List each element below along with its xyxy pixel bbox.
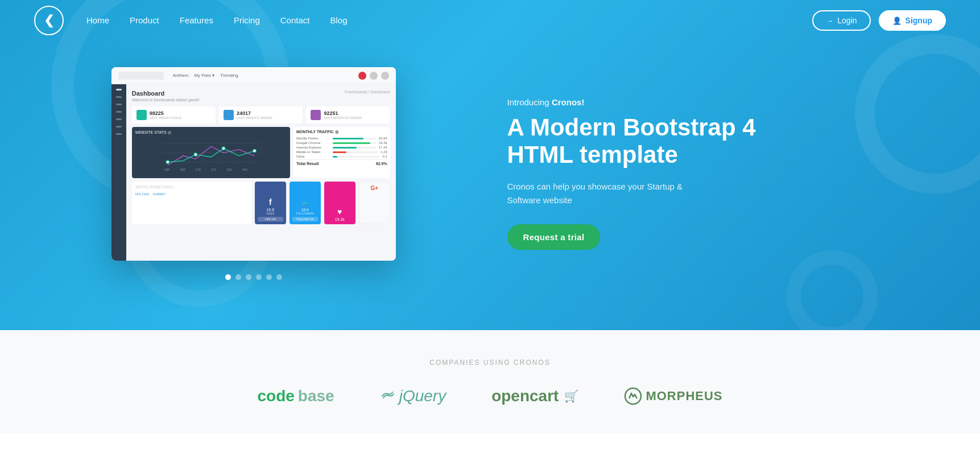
svg-text:150: 150	[180, 168, 185, 171]
traffic-row-0: Mozilla Firefox 20.94	[296, 137, 387, 140]
dot-4[interactable]	[266, 274, 272, 280]
stat-icon-blue	[224, 110, 234, 120]
opencart-logo: opencart 🛒	[491, 387, 578, 405]
social-twitter: 🐦 10.k FOLLOWERS FOLLOW US	[290, 182, 321, 224]
signup-button[interactable]: 👤 Signup	[879, 10, 946, 31]
stat-num-2: 92251	[324, 110, 362, 116]
nav-blog[interactable]: Blog	[330, 15, 347, 25]
traffic-row-1: Google Chrome 26.5k	[296, 141, 387, 145]
companies-label: COMPANIES USING CRONOS	[34, 359, 946, 367]
nav-logo[interactable]: ❮	[34, 6, 64, 35]
hero-right: Introducing Cronos! A Modern Bootstrap 4…	[473, 97, 946, 250]
traffic-title: MONTHLY TRAFFIC ◎	[296, 130, 387, 134]
stat-icon-purple	[311, 110, 321, 120]
mockup-topbar: Anthem My Files ▾ Trending	[111, 67, 396, 84]
stat-icon-teal	[137, 110, 147, 120]
google-icon: G+	[370, 185, 378, 191]
svg-text:131: 131	[226, 168, 231, 171]
stat-card-0: 98225 LAST WEEK'S SALE	[132, 106, 216, 124]
dot-1[interactable]	[235, 274, 241, 280]
mockup-topbar-icons	[358, 72, 389, 80]
stat-label-2: LAST MONTH'S ORDER	[324, 116, 362, 120]
login-button[interactable]: → Login	[812, 10, 870, 31]
nav-links: Home Product Features Pricing Contact Bl…	[86, 15, 812, 26]
hero-section: Anthem My Files ▾ Trending	[0, 0, 980, 330]
mockup-charts-row: WEBSITE STATS ◎	[132, 127, 390, 178]
write-placeholder: WRITE SOMETHING...	[135, 185, 248, 189]
stat-label-0: LAST WEEK'S SALE	[150, 116, 181, 120]
twitter-btn: FOLLOW US	[292, 217, 318, 221]
stat-num-0: 98225	[150, 110, 181, 116]
jquery-icon	[380, 390, 396, 402]
navbar: ❮ Home Product Features Pricing Contact …	[0, 0, 980, 41]
mockup-bottom-row: WRITE SOMETHING... UPLOAD SUBMIT f 19.8 …	[132, 182, 390, 224]
mockup-sidebar	[111, 84, 126, 261]
social-google: G+	[359, 182, 390, 224]
mockup-stats-row: 98225 LAST WEEK'S SALE 24017 LAST WEEK'S…	[132, 106, 390, 124]
svg-point-3	[166, 161, 169, 163]
codebase-logo: codebase	[257, 387, 334, 405]
mockup-dashboard-title: Dashboard	[132, 90, 200, 97]
nav-pricing[interactable]: Pricing	[234, 15, 260, 25]
facebook-icon: f	[269, 198, 272, 207]
mockup-traffic-panel: MONTHLY TRAFFIC ◎ Mozilla Firefox 20.94 …	[293, 127, 390, 178]
svg-text:141: 141	[242, 168, 247, 171]
dot-0[interactable]	[225, 274, 231, 280]
mockup-body: Dashboard Welcome to freshboards starter…	[111, 84, 396, 261]
nav-features[interactable]: Features	[180, 15, 213, 25]
trial-button[interactable]: Request a trial	[507, 224, 601, 250]
dot-2[interactable]	[246, 274, 251, 280]
svg-point-4	[194, 153, 197, 156]
morpheus-logo: MORPHEUS	[624, 387, 722, 405]
dot-5[interactable]	[276, 274, 282, 280]
mockup-content: Dashboard Welcome to freshboards starter…	[126, 84, 396, 261]
dashboard-mockup: Anthem My Files ▾ Trending	[111, 67, 396, 261]
svg-point-5	[222, 147, 225, 150]
logo-icon: ❮	[44, 13, 54, 28]
nav-contact[interactable]: Contact	[280, 15, 310, 25]
upload-btn: UPLOAD	[135, 192, 150, 196]
traffic-row-3: Mobile or Tablet 1.29	[296, 150, 387, 154]
decorative-circle-2	[787, 250, 878, 330]
jquery-logo: jQuery	[380, 387, 446, 405]
traffic-row-4: Other 0.2	[296, 155, 387, 158]
hero-title: A Modern Bootstrap 4 HTML template	[507, 114, 946, 169]
hero-intro: Introducing Cronos!	[507, 97, 946, 107]
signup-icon: 👤	[892, 17, 902, 25]
svg-text:100: 100	[164, 168, 169, 171]
stat-label-1: LAST WEEK'S ORDER	[237, 116, 272, 120]
mockup-write-box: WRITE SOMETHING... UPLOAD SUBMIT	[132, 182, 251, 224]
stat-card-2: 92251 LAST MONTH'S ORDER	[306, 106, 390, 124]
svg-point-6	[253, 149, 256, 152]
svg-text:170: 170	[196, 168, 201, 171]
pink-num: 19.2k	[335, 217, 345, 221]
chart-title: WEBSITE STATS ◎	[135, 130, 287, 135]
topbar-icon-red	[358, 72, 366, 80]
nav-actions: → Login 👤 Signup	[812, 10, 946, 31]
facebook-num: 19.8	[266, 208, 274, 212]
twitter-num: 10.k	[301, 208, 309, 212]
dot-3[interactable]	[256, 274, 262, 280]
pink-icon: ♥	[337, 207, 342, 216]
hero-description: Cronos can help you showcase your Startu…	[507, 180, 712, 207]
mockup-breadcrumb: Freshboards / Dashboard	[345, 90, 390, 94]
topbar-icon-gray2	[381, 72, 389, 80]
twitter-icon: 🐦	[301, 200, 308, 207]
stat-num-1: 24017	[237, 110, 272, 116]
mockup-chart-big: WEBSITE STATS ◎	[132, 127, 290, 178]
mockup-tabs: Anthem My Files ▾ Trending	[173, 73, 238, 78]
line-chart-svg: 100 150 170 171 131 141	[135, 137, 287, 171]
twitter-label: FOLLOWERS	[296, 212, 314, 215]
svg-text:171: 171	[211, 168, 216, 171]
write-actions: UPLOAD SUBMIT	[135, 192, 248, 196]
stat-card-1: 24017 LAST WEEK'S ORDER	[219, 106, 303, 124]
facebook-btn: LIKE US	[258, 217, 283, 221]
companies-section: COMPANIES USING CRONOS codebase jQuery o…	[0, 330, 980, 434]
social-pink: ♥ 19.2k	[324, 182, 355, 224]
topbar-icon-gray	[370, 72, 378, 80]
social-facebook: f 19.8 LIKES LIKE US	[255, 182, 286, 224]
nav-home[interactable]: Home	[86, 15, 109, 25]
nav-product[interactable]: Product	[130, 15, 159, 25]
traffic-total: Total Result 62.9%	[296, 159, 387, 166]
traffic-row-2: Internet Explorer 17.44	[296, 146, 387, 149]
